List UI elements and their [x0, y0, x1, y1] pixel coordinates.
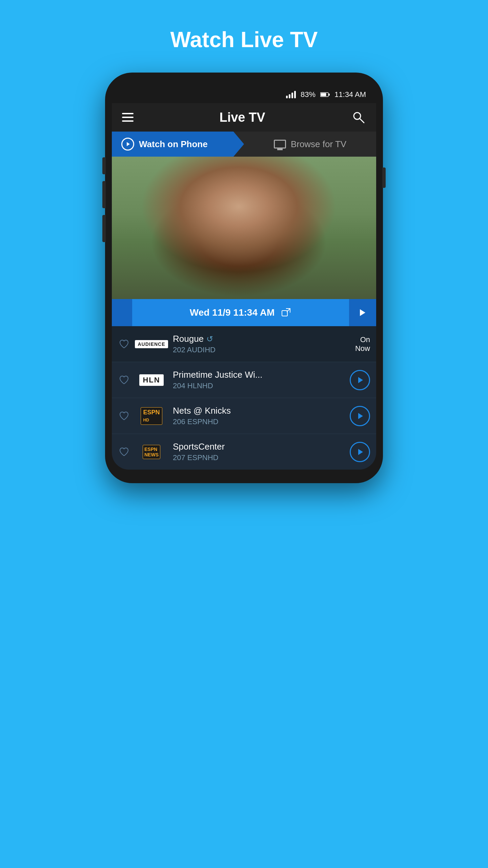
- channel-row: HLN Primetime Justice Wi... 204 HLNHD: [112, 362, 376, 398]
- tab-browse-label: Browse for TV: [291, 139, 346, 150]
- tab-watch-label: Watch on Phone: [139, 139, 208, 150]
- channel-row: AUDIENCE Rougue↺ 202 AUDIHD OnNow: [112, 326, 376, 362]
- channel-name: SportsCenter: [173, 441, 344, 452]
- channel-name: Primetime Justice Wi...: [173, 370, 344, 380]
- current-datetime: Wed 11/9 11:34 AM: [190, 307, 275, 318]
- svg-line-4: [360, 119, 364, 123]
- channel-number: 207 ESPNHD: [173, 453, 344, 462]
- phone-device: 83% 11:34 AM Live TV: [105, 73, 383, 483]
- svg-rect-2: [329, 94, 330, 96]
- channel-info: SportsCenter 207 ESPNHD: [173, 441, 344, 462]
- page-title: Watch Live TV: [170, 27, 318, 52]
- channel-info: Nets @ Knicks 206 ESPNHD: [173, 406, 344, 426]
- espnnewshd-logo: ESPNNEWS: [136, 443, 167, 460]
- tab-bar: Watch on Phone Browse for TV: [112, 132, 376, 157]
- hln-logo: HLN: [136, 372, 167, 389]
- tab-watch-phone[interactable]: Watch on Phone: [112, 132, 244, 157]
- signal-icon: [286, 91, 296, 98]
- svg-line-7: [287, 309, 290, 312]
- watch-play-icon: [121, 138, 134, 151]
- on-now-status: OnNow: [343, 335, 370, 353]
- svg-marker-10: [358, 413, 363, 419]
- refresh-indicator: ↺: [206, 334, 213, 344]
- play-button[interactable]: [350, 406, 370, 426]
- svg-marker-9: [358, 377, 363, 383]
- svg-marker-5: [127, 142, 130, 146]
- tab-browse-tv[interactable]: Browse for TV: [244, 132, 376, 157]
- favorite-icon[interactable]: [118, 338, 130, 350]
- battery-percentage: 83%: [301, 90, 316, 99]
- favorite-icon[interactable]: [118, 374, 130, 386]
- now-bar-left-accent: [112, 299, 132, 326]
- tv-icon: [274, 140, 286, 149]
- svg-marker-8: [360, 309, 365, 316]
- channel-info: Rougue↺ 202 AUDIHD: [173, 334, 337, 354]
- channel-number: 206 ESPNHD: [173, 417, 344, 426]
- now-playing-bar: Wed 11/9 11:34 AM: [112, 299, 376, 326]
- channel-list: AUDIENCE Rougue↺ 202 AUDIHD OnNow HLN: [112, 326, 376, 470]
- battery-icon: [320, 92, 330, 97]
- svg-rect-1: [321, 93, 326, 96]
- play-button[interactable]: [350, 442, 370, 462]
- svg-rect-6: [282, 311, 287, 316]
- status-time: 11:34 AM: [334, 90, 366, 99]
- channel-info: Primetime Justice Wi... 204 HLNHD: [173, 370, 344, 390]
- hamburger-menu-button[interactable]: [122, 113, 134, 122]
- now-bar-next-button[interactable]: [349, 299, 376, 326]
- video-player[interactable]: [112, 157, 376, 299]
- channel-name: Nets @ Knicks: [173, 406, 344, 416]
- play-button[interactable]: [350, 370, 370, 390]
- svg-marker-11: [358, 449, 363, 455]
- external-link-icon[interactable]: [281, 307, 291, 318]
- favorite-icon[interactable]: [118, 446, 130, 458]
- status-bar: 83% 11:34 AM: [112, 86, 376, 103]
- channel-name: Rougue↺: [173, 334, 337, 344]
- app-bar: Live TV: [112, 103, 376, 132]
- audience-logo: AUDIENCE: [136, 336, 167, 353]
- channel-row: ESPNHD Nets @ Knicks 206 ESPNHD: [112, 398, 376, 434]
- app-bar-title: Live TV: [219, 110, 265, 125]
- channel-number: 204 HLNHD: [173, 381, 344, 390]
- favorite-icon[interactable]: [118, 410, 130, 422]
- channel-number: 202 AUDIHD: [173, 346, 337, 354]
- search-button[interactable]: [351, 110, 366, 125]
- channel-row: ESPNNEWS SportsCenter 207 ESPNHD: [112, 434, 376, 470]
- now-bar-center: Wed 11/9 11:34 AM: [132, 301, 349, 324]
- espnhd-logo: ESPNHD: [136, 408, 167, 425]
